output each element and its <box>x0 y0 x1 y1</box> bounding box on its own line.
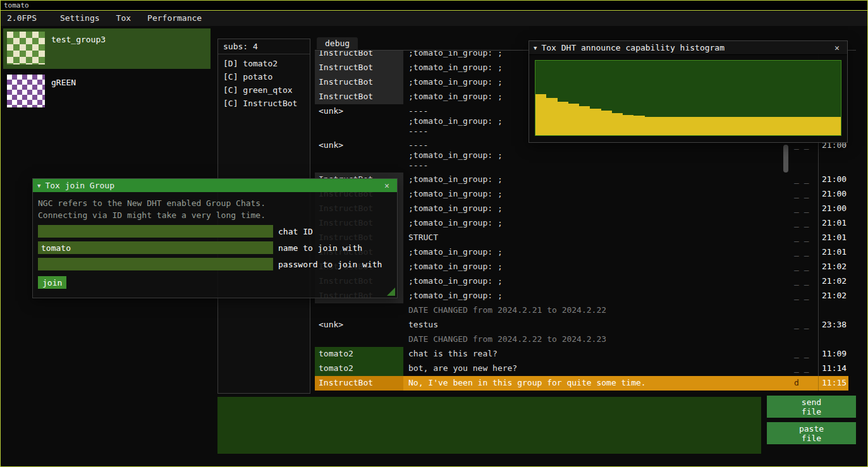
chat-message-row[interactable]: tomato2chat is this real?_ _11:09 <box>315 347 848 361</box>
message-text: ;tomato_in_group: ; <box>403 260 793 274</box>
sender-name: InstructBot <box>315 376 403 391</box>
menu-item-settings[interactable]: Settings <box>52 11 108 26</box>
histogram-bar <box>601 111 612 135</box>
message-text: ;tomato_in_group: ; <box>403 173 793 187</box>
sender-name: InstructBot <box>315 61 403 75</box>
message-flags: _ _ <box>793 318 818 332</box>
collapse-icon[interactable]: ▼ <box>37 183 40 189</box>
resize-grip[interactable] <box>387 288 395 296</box>
message-text: ;tomato_in_group: ; <box>403 245 793 260</box>
message-flags: _ _ <box>793 187 818 202</box>
histogram-bar <box>590 109 601 135</box>
window-title: tomato <box>4 1 29 9</box>
message-timestamp <box>818 332 848 347</box>
menu-item-performance[interactable]: Performance <box>139 11 210 26</box>
histogram-bar <box>568 104 579 135</box>
message-text: STRUCT <box>403 231 793 245</box>
message-timestamp: 11:09 <box>818 347 848 361</box>
chat-id-input[interactable] <box>38 225 273 238</box>
subs-header: subs: 4 <box>218 39 310 54</box>
sender-name: <unk> <box>315 104 403 138</box>
subs-item-c-green-qtox[interactable]: [C] green_qtox <box>218 83 310 97</box>
histogram-bar <box>797 117 808 136</box>
password-to-join-with-input[interactable] <box>38 258 273 270</box>
dht-histogram-titlebar[interactable]: ▼ Tox DHT announce capability histogram … <box>529 41 847 55</box>
group-list: test_group3gREEN <box>3 28 211 114</box>
message-flags: _ _ <box>793 260 818 274</box>
message-timestamp: 11:14 <box>818 361 848 376</box>
name-to-join-with-input[interactable] <box>38 241 273 254</box>
join-group-titlebar[interactable]: ▼ Tox join Group ✕ <box>33 179 397 192</box>
histogram-bar <box>656 117 666 136</box>
group-item-green[interactable]: gREEN <box>3 71 211 112</box>
subs-item-d-tomato2[interactable]: [D] tomato2 <box>218 57 310 70</box>
send-file-button[interactable]: send file <box>767 396 856 418</box>
group-name: gREEN <box>51 75 76 87</box>
message-text: chat is this real? <box>403 347 793 361</box>
message-timestamp <box>818 303 848 318</box>
message-flags: _ _ <box>793 245 818 260</box>
date-changed-row: DATE CHANGED from 2024.2.21 to 2024.2.22 <box>315 303 848 318</box>
message-text: No, I've been in this group for quite so… <box>403 376 793 391</box>
message-text: ;tomato_in_group: ; <box>403 187 793 202</box>
close-icon[interactable]: ✕ <box>831 43 843 52</box>
message-text: ;tomato_in_group: ; <box>403 216 793 231</box>
message-flags: _ _ <box>793 361 818 376</box>
close-icon[interactable]: ✕ <box>381 181 393 190</box>
menubar: 2.0FPS SettingsToxPerformance <box>1 11 867 26</box>
sender-name: <unk> <box>315 138 403 173</box>
message-timestamp: 21:00 <box>818 138 848 173</box>
message-timestamp: 21:01 <box>818 231 848 245</box>
sender-name: tomato2 <box>315 347 403 361</box>
message-timestamp: 21:00 <box>818 187 848 202</box>
join-button[interactable]: join <box>38 276 66 289</box>
chat-scrollbar-thumb[interactable] <box>783 145 788 173</box>
join-field-label: name to join with <box>278 243 362 253</box>
message-flags: _ _ <box>793 274 818 289</box>
histogram-bar <box>579 106 590 135</box>
window-titlebar: tomato <box>1 1 867 11</box>
histogram-bar <box>710 117 721 136</box>
join-field-row: chat ID <box>38 225 392 238</box>
message-timestamp: 21:02 <box>818 289 848 303</box>
histogram-bar <box>786 117 797 136</box>
sender-name: InstructBot <box>315 90 403 104</box>
histogram-bar <box>535 94 546 135</box>
message-flags <box>793 303 818 318</box>
message-flags: _ _ <box>793 173 818 187</box>
join-group-title: Tox join Group <box>45 181 381 190</box>
sender-name: InstructBot <box>315 51 403 61</box>
message-flags <box>793 332 818 347</box>
histogram-bar <box>764 117 775 136</box>
message-text: testus <box>403 318 793 332</box>
histogram-bar <box>677 117 688 136</box>
histogram-bar <box>754 117 764 136</box>
histogram-bar <box>623 115 633 135</box>
menu-item-tox[interactable]: Tox <box>108 11 139 26</box>
histogram-bar <box>558 102 568 135</box>
date-name-cell <box>315 303 403 318</box>
tab-debug[interactable]: debug <box>317 37 358 49</box>
message-text: ;tomato_in_group: ; <box>403 289 793 303</box>
message-input[interactable] <box>217 397 761 454</box>
date-changed-text: DATE CHANGED from 2024.2.21 to 2024.2.22 <box>403 303 793 318</box>
group-avatar-icon <box>7 32 45 64</box>
collapse-icon[interactable]: ▼ <box>534 45 537 51</box>
chat-message-row[interactable]: <unk>testus_ _23:38 <box>315 318 848 332</box>
message-timestamp: 21:01 <box>818 216 848 231</box>
sender-name: <unk> <box>315 318 403 332</box>
date-changed-text: DATE CHANGED from 2024.2.22 to 2024.2.23 <box>403 332 793 347</box>
message-text: ;tomato_in_group: ; <box>403 274 793 289</box>
subs-item-c-instructbot[interactable]: [C] InstructBot <box>218 97 310 110</box>
chat-message-row[interactable]: <unk>---- ;tomato_in_group: ; ----_ _21:… <box>315 138 848 173</box>
paste-file-button[interactable]: paste file <box>767 422 856 444</box>
chat-message-row[interactable]: tomato2bot, are you new here?_ _11:14 <box>315 361 848 376</box>
group-avatar-icon <box>7 75 45 107</box>
chat-message-row[interactable]: InstructBotNo, I've been in this group f… <box>315 376 848 391</box>
message-timestamp: 21:02 <box>818 274 848 289</box>
subs-item-c-potato[interactable]: [C] potato <box>218 70 310 83</box>
group-item-test-group3[interactable]: test_group3 <box>3 28 211 69</box>
message-text: bot, are you new here? <box>403 361 793 376</box>
join-info-line: Connecting via ID might take a very long… <box>38 209 392 221</box>
histogram-bar <box>645 117 656 136</box>
